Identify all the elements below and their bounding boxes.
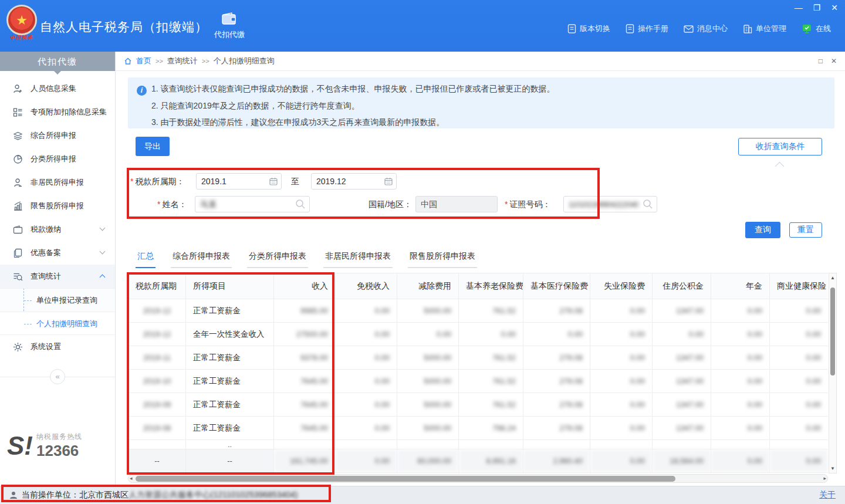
cell: 0.00 bbox=[711, 299, 770, 323]
export-button[interactable]: 导出 bbox=[136, 137, 170, 156]
cell: 0.00 bbox=[459, 323, 523, 346]
result-tabs: 汇总 综合所得申报表 分类所得申报表 非居民所得申报表 限售股所得申报表 bbox=[136, 251, 477, 268]
cell: 0.00 bbox=[711, 346, 770, 370]
sidebar-header: 代扣代缴 bbox=[0, 52, 115, 71]
info-notice: i 1. 该查询统计表仅能查询已申报成功的数据，不包含未申报、申报失败，已申报但… bbox=[128, 77, 834, 128]
sidebar-item-tax-payment[interactable]: 税款缴纳 bbox=[0, 218, 115, 241]
hotline-number: 12366 bbox=[36, 442, 82, 460]
top-menu: 版本切换 操作手册 消息中心 单位管理 在线 bbox=[567, 23, 831, 34]
panel-maximize-button[interactable]: □ bbox=[819, 57, 823, 65]
wallet-icon bbox=[222, 12, 237, 25]
cell: 2019-12 bbox=[129, 323, 186, 346]
query-button[interactable]: 查询 bbox=[745, 222, 780, 238]
sidebar-item-label: 限售股所得申报 bbox=[31, 201, 84, 211]
sidebar-item-restricted-shares[interactable]: 限售股所得申报 bbox=[0, 194, 115, 218]
sidebar-item-label: 综合所得申报 bbox=[31, 130, 76, 141]
close-button[interactable]: ✕ bbox=[831, 2, 838, 13]
horizontal-scroll-thumb[interactable] bbox=[136, 476, 675, 482]
scroll-left-arrow[interactable]: ◂ bbox=[130, 475, 133, 481]
cell: 761.52 bbox=[459, 299, 523, 323]
table-row: 2019-12正常工资薪金9985.000.005000.00761.52279… bbox=[129, 299, 829, 323]
totals-cell: 60,000.00 bbox=[397, 449, 459, 473]
name-input[interactable]: 马某 bbox=[195, 196, 310, 212]
menu-manual[interactable]: 操作手册 bbox=[626, 23, 668, 34]
breadcrumb-home[interactable]: 首页 bbox=[136, 56, 151, 66]
horizontal-scrollbar[interactable]: ◂ ▸ bbox=[128, 474, 828, 483]
tab-withholding[interactable]: 代扣代缴 bbox=[203, 0, 256, 52]
documents-icon bbox=[13, 248, 23, 258]
cell: 1347.00 bbox=[653, 370, 711, 393]
breadcrumb-level2[interactable]: 查询统计 bbox=[167, 56, 198, 66]
cell: 0.00 bbox=[397, 323, 459, 346]
column-header: 减除费用 bbox=[397, 273, 459, 299]
submenu-unit-declaration-query[interactable]: 单位申报记录查询 bbox=[0, 288, 115, 312]
restore-button[interactable]: ❐ bbox=[813, 2, 821, 13]
sidebar-item-query-statistics[interactable]: 查询统计 bbox=[0, 265, 115, 288]
cell: 0.00 bbox=[653, 323, 711, 346]
cell: 0.00 bbox=[711, 417, 770, 440]
period-to-input[interactable]: 2019.12 bbox=[311, 173, 397, 190]
sidebar-item-personnel-info[interactable]: 人员信息采集 bbox=[0, 77, 115, 100]
calendar-icon[interactable] bbox=[269, 177, 278, 185]
menu-message-center[interactable]: 消息中心 bbox=[684, 23, 728, 34]
totals-cell: -- bbox=[186, 449, 274, 473]
cell: 0.00 bbox=[590, 346, 653, 370]
vertical-scrollbar[interactable]: ▲ ▼ bbox=[829, 273, 837, 473]
id-number-input[interactable]: 110102199904222040 bbox=[563, 196, 657, 212]
window-controls: — ❐ ✕ bbox=[795, 2, 838, 13]
submenu-personal-withholding-query[interactable]: 个人扣缴明细查询 bbox=[0, 312, 115, 335]
scroll-up-arrow[interactable]: ▲ bbox=[829, 275, 836, 280]
tab-summary[interactable]: 汇总 bbox=[136, 251, 156, 268]
column-header: 所得项目 bbox=[186, 273, 274, 299]
period-from-input[interactable]: 2019.1 bbox=[196, 173, 282, 190]
sidebar-collapse-button[interactable]: « bbox=[50, 369, 65, 384]
reset-button[interactable]: 重置 bbox=[789, 222, 822, 238]
tab-nonresident[interactable]: 非居民所得申报表 bbox=[323, 251, 393, 268]
search-icon[interactable] bbox=[643, 199, 653, 209]
column-header: 失业保险费 bbox=[590, 273, 653, 299]
cell: 279.08 bbox=[523, 370, 590, 393]
sidebar-item-nonresident-income[interactable]: 非居民所得申报 bbox=[0, 171, 115, 194]
table-row: 2019-09正常工资薪金7645.000.005000.00761.52279… bbox=[129, 393, 829, 417]
collapse-query-button[interactable]: 收折查询条件 bbox=[738, 138, 822, 155]
cell bbox=[336, 440, 397, 449]
cell: 正常工资薪金 bbox=[186, 346, 274, 370]
wallet-small-icon bbox=[13, 225, 23, 235]
panel-close-button[interactable]: ✕ bbox=[831, 57, 837, 65]
scroll-right-arrow[interactable]: ▸ bbox=[823, 475, 826, 481]
tab-comprehensive[interactable]: 综合所得申报表 bbox=[171, 251, 232, 268]
hotline-block: S! 纳税服务热线 12366 bbox=[7, 432, 82, 460]
totals-cell: 0.00 bbox=[590, 449, 653, 473]
cell: 正常工资薪金 bbox=[186, 299, 274, 323]
sidebar-item-comprehensive-income[interactable]: 综合所得申报 bbox=[0, 124, 115, 147]
sidebar-item-classified-income[interactable]: 分类所得申报 bbox=[0, 147, 115, 171]
cell: 0.00 bbox=[770, 417, 829, 440]
person-icon bbox=[13, 178, 23, 188]
minimize-button[interactable]: — bbox=[795, 2, 803, 13]
cell: 0.00 bbox=[590, 299, 653, 323]
cell: 279.08 bbox=[523, 393, 590, 417]
calendar-icon[interactable] bbox=[384, 177, 393, 185]
about-link[interactable]: 关于 bbox=[819, 490, 836, 500]
cell: 279.08 bbox=[523, 417, 590, 440]
cell: 0.00 bbox=[336, 299, 397, 323]
menu-version-switch[interactable]: 版本切换 bbox=[567, 23, 610, 34]
national-emblem-icon: ★ bbox=[6, 5, 37, 35]
vertical-scroll-thumb[interactable] bbox=[830, 287, 835, 376]
cell: 正常工资薪金 bbox=[186, 417, 274, 440]
chevron-down-icon bbox=[100, 225, 106, 231]
info-icon: i bbox=[137, 86, 147, 96]
tab-classified[interactable]: 分类所得申报表 bbox=[247, 251, 308, 268]
notice-line-2: 2. 只能查询2019年及之后的数据，不能进行跨年度查询。 bbox=[151, 97, 555, 114]
cell bbox=[129, 440, 186, 449]
sidebar-item-preferential-filing[interactable]: 优惠备案 bbox=[0, 241, 115, 265]
sidebar-item-system-settings[interactable]: 系统设置 bbox=[0, 335, 115, 358]
totals-cell: 0.00 bbox=[770, 449, 829, 473]
sidebar-item-label: 专项附加扣除信息采集 bbox=[31, 107, 107, 117]
menu-unit-management[interactable]: 单位管理 bbox=[743, 23, 786, 34]
tab-restricted-shares[interactable]: 限售股所得申报表 bbox=[408, 251, 477, 268]
scroll-down-arrow[interactable]: ▼ bbox=[829, 466, 836, 471]
sidebar-item-special-deduction[interactable]: 专项附加扣除信息采集 bbox=[0, 100, 115, 124]
search-icon[interactable] bbox=[295, 199, 306, 209]
cell: .. bbox=[186, 440, 274, 449]
